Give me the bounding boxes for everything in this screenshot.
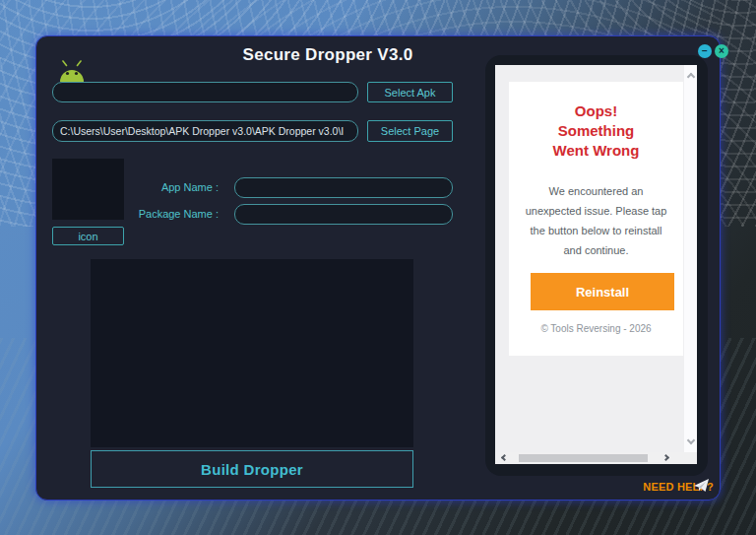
select-page-button[interactable]: Select Page [367, 120, 453, 142]
close-icon: × [719, 46, 724, 56]
error-card: Oops! Something Went Wrong We encountere… [509, 82, 683, 356]
horizontal-scrollbar[interactable] [495, 452, 697, 464]
package-name-input[interactable] [234, 204, 453, 225]
app-name-input[interactable] [234, 177, 453, 198]
minimize-button[interactable]: − [698, 44, 712, 58]
scroll-left-icon[interactable] [501, 454, 508, 461]
error-heading-line: Oops! [509, 101, 683, 121]
phone-viewport: Oops! Something Went Wrong We encountere… [495, 65, 697, 464]
phone-preview-frame: Oops! Something Went Wrong We encountere… [485, 55, 708, 476]
telegram-icon [694, 479, 710, 493]
dropper-preview-panel [91, 259, 413, 447]
build-dropper-button[interactable]: Build Dropper [91, 450, 413, 488]
package-name-label: Package Name : [76, 204, 219, 225]
copyright-text: © Tools Reversing - 2026 [509, 323, 683, 334]
android-icon [57, 60, 87, 82]
error-body-text: We encountered an unexpected issue. Plea… [525, 181, 668, 260]
close-button[interactable]: × [715, 44, 728, 58]
app-name-label: App Name : [76, 177, 219, 198]
minimize-icon: − [702, 46, 708, 56]
page-path-input[interactable] [52, 120, 358, 142]
error-heading-line: Went Wrong [509, 141, 683, 161]
error-heading-line: Something [509, 121, 683, 141]
scroll-right-icon[interactable] [662, 454, 669, 461]
desktop-background: Secure Dropper V3.0 − × Select Apk Selec… [0, 0, 756, 535]
scrollbar-thumb[interactable] [519, 454, 648, 462]
apk-path-input[interactable] [52, 82, 358, 102]
scroll-up-icon[interactable] [686, 73, 694, 81]
select-apk-button[interactable]: Select Apk [367, 82, 453, 102]
reinstall-button[interactable]: Reinstall [531, 273, 674, 310]
need-help-link[interactable]: NEED HELP? [643, 481, 716, 495]
icon-button[interactable]: icon [52, 227, 124, 245]
vertical-scrollbar[interactable] [684, 65, 697, 452]
app-window: Secure Dropper V3.0 − × Select Apk Selec… [35, 35, 721, 501]
scroll-down-icon[interactable] [686, 436, 694, 444]
